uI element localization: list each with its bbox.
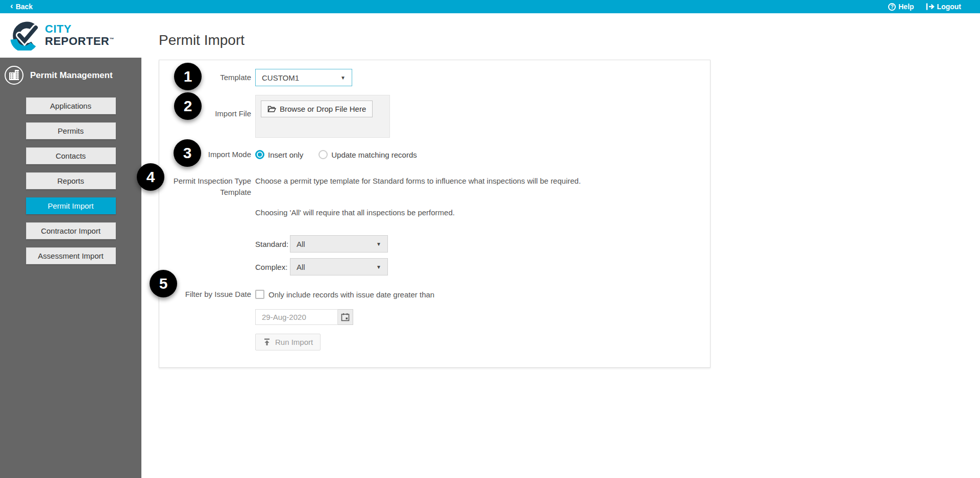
radio-update-matching[interactable]: Update matching records — [318, 150, 417, 159]
sidebar: Permit Management Applications Permits C… — [0, 58, 141, 478]
radio-insert-only[interactable]: Insert only — [255, 150, 303, 159]
issue-date-checkbox[interactable] — [255, 290, 264, 299]
template-dropdown-value: CUSTOM1 — [262, 73, 299, 82]
inspection-type-row: Permit Inspection Type Template Choose a… — [159, 175, 710, 275]
sidebar-item-contacts[interactable]: Contacts — [26, 147, 116, 164]
run-import-label: Run Import — [275, 338, 313, 346]
import-mode-row: Import Mode Insert only Update matching … — [159, 149, 710, 160]
sidebar-item-permit-import[interactable]: Permit Import — [26, 197, 116, 214]
step-2-badge: 2 — [174, 92, 202, 120]
sidebar-item-applications[interactable]: Applications — [26, 97, 116, 114]
template-dropdown[interactable]: CUSTOM1 ▼ — [255, 69, 352, 86]
sidebar-header: Permit Management — [0, 58, 141, 85]
chevron-down-icon: ▼ — [376, 264, 381, 270]
help-icon: ? — [888, 3, 896, 11]
radio-insert-only-label: Insert only — [268, 150, 303, 159]
calendar-picker-button[interactable] — [338, 309, 353, 325]
page-title: Permit Import — [159, 32, 980, 48]
complex-template-row: Complex: All ▼ — [255, 258, 581, 275]
complex-dropdown[interactable]: All ▼ — [290, 258, 388, 275]
building-icon — [4, 65, 24, 85]
chevron-down-icon: ▼ — [376, 241, 381, 247]
back-label: Back — [16, 3, 33, 11]
app-logo: CITY REPORTER™ — [0, 13, 141, 58]
logo-reporter-text: REPORTER — [45, 35, 109, 48]
step-5-badge: 5 — [150, 270, 177, 297]
issue-date-checkbox-label: Only include records with issue date gre… — [268, 290, 434, 299]
help-button[interactable]: ? Help — [888, 3, 914, 11]
permit-import-page: ‹ Back ? Help Logout — [0, 0, 980, 478]
radio-selected-icon — [255, 150, 264, 159]
import-file-label: Import File — [159, 108, 251, 138]
browse-file-button[interactable]: Browse or Drop File Here — [261, 100, 373, 117]
logo-city-text: CITY — [45, 24, 114, 34]
step-1-badge: 1 — [174, 63, 202, 90]
chevron-down-icon: ▼ — [340, 75, 346, 81]
logout-label: Logout — [937, 3, 961, 11]
logo-tm: ™ — [109, 37, 114, 42]
sidebar-item-assessment-import[interactable]: Assessment Import — [26, 247, 116, 264]
standard-dropdown[interactable]: All ▼ — [290, 235, 388, 253]
standard-template-row: Standard: All ▼ — [255, 235, 581, 253]
inspection-type-note: Choosing 'All' will require that all ins… — [255, 207, 581, 218]
upload-icon — [263, 338, 271, 346]
standard-label: Standard: — [255, 240, 287, 248]
browse-file-label: Browse or Drop File Here — [280, 105, 366, 113]
inspection-type-description: Choose a permit type template for Standa… — [255, 175, 581, 187]
step-3-badge: 3 — [174, 139, 201, 167]
logout-icon — [925, 3, 935, 11]
complex-label: Complex: — [255, 263, 287, 271]
inspection-type-label: Permit Inspection Type Template — [159, 175, 251, 275]
calendar-icon — [341, 313, 350, 321]
template-row: Template CUSTOM1 ▼ — [159, 69, 710, 86]
cityreporter-logo-icon — [10, 21, 42, 51]
step-4-badge: 4 — [137, 163, 164, 191]
radio-unselected-icon — [318, 150, 328, 159]
file-dropzone[interactable]: Browse or Drop File Here — [255, 95, 390, 138]
import-mode-label: Import Mode — [159, 149, 251, 160]
import-file-row: Import File Browse or Drop File Here — [159, 95, 710, 138]
filter-issue-date-label: Filter by Issue Date — [159, 290, 251, 350]
sidebar-item-reports[interactable]: Reports — [26, 172, 116, 189]
logout-button[interactable]: Logout — [925, 3, 961, 11]
help-label: Help — [898, 3, 914, 11]
open-folder-icon — [267, 105, 276, 113]
permit-import-form-card: Template CUSTOM1 ▼ Import File — [159, 60, 710, 368]
run-import-button[interactable]: Run Import — [255, 334, 321, 350]
complex-dropdown-value: All — [297, 263, 305, 271]
radio-update-matching-label: Update matching records — [331, 150, 417, 159]
sidebar-title: Permit Management — [30, 70, 113, 81]
back-button[interactable]: ‹ Back — [10, 3, 33, 11]
sidebar-item-contractor-import[interactable]: Contractor Import — [26, 222, 116, 239]
standard-dropdown-value: All — [297, 240, 305, 248]
issue-date-input[interactable]: 29-Aug-2020 — [255, 309, 338, 325]
template-label: Template — [159, 72, 251, 83]
top-bar: ‹ Back ? Help Logout — [0, 0, 980, 13]
back-chevron-icon: ‹ — [10, 3, 13, 10]
filter-issue-date-row: Filter by Issue Date Only include record… — [159, 290, 710, 350]
sidebar-item-permits[interactable]: Permits — [26, 122, 116, 139]
